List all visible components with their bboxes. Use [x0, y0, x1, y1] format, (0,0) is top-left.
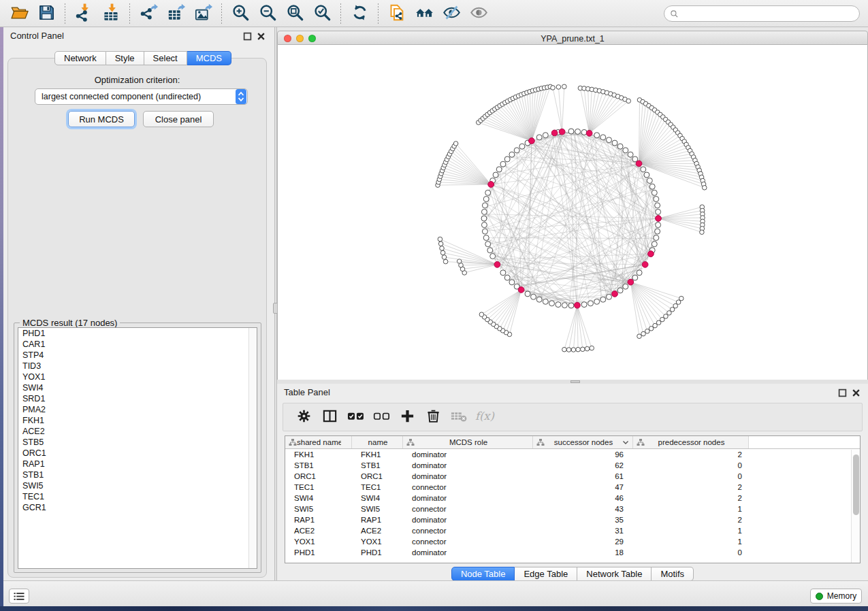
- splitter-grip[interactable]: [570, 380, 580, 383]
- mcds-result-item[interactable]: CAR1: [18, 339, 257, 350]
- tab-mcds[interactable]: MCDS: [187, 51, 231, 65]
- graph-node[interactable]: [656, 222, 661, 228]
- graph-hub-node[interactable]: [628, 279, 634, 285]
- search-box[interactable]: [664, 5, 860, 22]
- graph-node[interactable]: [654, 235, 659, 241]
- graph-node[interactable]: [649, 184, 655, 189]
- graph-node[interactable]: [612, 140, 617, 146]
- graph-node[interactable]: [457, 259, 462, 264]
- graph-node[interactable]: [536, 135, 542, 140]
- close-panel-icon[interactable]: [257, 31, 266, 40]
- zoom-fit-button[interactable]: [283, 3, 306, 24]
- graph-node[interactable]: [483, 197, 489, 202]
- table-row[interactable]: RAP1RAP1dominator352: [285, 514, 860, 525]
- graph-node[interactable]: [442, 255, 447, 260]
- graph-node[interactable]: [703, 186, 707, 191]
- graph-node[interactable]: [594, 133, 600, 138]
- mcds-result-item[interactable]: STB1: [18, 469, 257, 480]
- graph-node[interactable]: [509, 280, 515, 285]
- graph-node[interactable]: [644, 172, 649, 178]
- export-network-button[interactable]: [137, 3, 160, 24]
- graph-node[interactable]: [482, 203, 487, 208]
- graph-node[interactable]: [562, 84, 567, 89]
- zoom-out-button[interactable]: [256, 3, 279, 24]
- graph-node[interactable]: [440, 250, 445, 255]
- graph-node[interactable]: [443, 259, 448, 264]
- graph-node[interactable]: [654, 197, 659, 202]
- graph-hub-node[interactable]: [636, 161, 642, 167]
- graph-node[interactable]: [600, 135, 606, 140]
- clone-network-button[interactable]: [385, 3, 408, 24]
- graph-node[interactable]: [453, 142, 458, 146]
- table-row[interactable]: SWI4SWI4dominator462: [285, 493, 860, 503]
- criterion-select[interactable]: largest connected component (undirected): [35, 88, 248, 105]
- graph-node[interactable]: [482, 229, 487, 234]
- mcds-result-item[interactable]: SWI4: [18, 382, 257, 393]
- network-graph[interactable]: [278, 45, 867, 380]
- show-hidden-button[interactable]: [467, 3, 490, 24]
- graph-node[interactable]: [519, 144, 525, 149]
- table-row[interactable]: YOX1YOX1connector291: [285, 536, 860, 547]
- graph-hub-node[interactable]: [648, 251, 654, 257]
- zoom-selected-button[interactable]: [310, 3, 334, 24]
- graph-node[interactable]: [543, 299, 548, 304]
- graph-node[interactable]: [632, 275, 638, 280]
- graph-node[interactable]: [700, 230, 705, 235]
- graph-hub-node[interactable]: [575, 302, 581, 308]
- float-window-icon[interactable]: [243, 31, 252, 40]
- graph-node[interactable]: [637, 334, 642, 339]
- mcds-result-item[interactable]: PMA2: [18, 404, 257, 415]
- refresh-layout-button[interactable]: [348, 3, 371, 24]
- import-table-button[interactable]: [99, 3, 123, 24]
- graph-node[interactable]: [581, 129, 587, 135]
- graph-hub-node[interactable]: [494, 261, 500, 267]
- graph-node[interactable]: [656, 320, 661, 325]
- save-session-button[interactable]: [35, 3, 58, 24]
- graph-node[interactable]: [637, 270, 642, 276]
- node-table[interactable]: shared namenameMCDS rolesuccessor nodesp…: [285, 435, 861, 563]
- graph-hub-node[interactable]: [551, 130, 558, 136]
- network-canvas[interactable]: [277, 45, 868, 380]
- graph-node[interactable]: [493, 172, 498, 178]
- graph-node[interactable]: [438, 237, 443, 242]
- mcds-result-list[interactable]: PHD1CAR1STP4TID3YOX1SWI4SRD1PMA2FKH1ACE2…: [18, 327, 257, 569]
- graph-node[interactable]: [504, 275, 510, 280]
- graph-hub-node[interactable]: [612, 291, 618, 297]
- float-window-icon[interactable]: [838, 388, 847, 397]
- result-list-scrollbar[interactable]: [248, 328, 257, 568]
- mcds-result-item[interactable]: SRD1: [18, 393, 257, 404]
- graph-node[interactable]: [667, 311, 672, 316]
- graph-node[interactable]: [656, 209, 661, 214]
- table-row[interactable]: PHD1PHD1dominator180: [285, 547, 860, 558]
- graph-node[interactable]: [487, 248, 493, 253]
- close-panel-icon[interactable]: [852, 388, 861, 397]
- graph-node[interactable]: [566, 348, 571, 352]
- mcds-result-item[interactable]: ORC1: [18, 448, 257, 459]
- graph-node[interactable]: [485, 190, 491, 195]
- graph-node[interactable]: [655, 229, 660, 234]
- column-header-successor-nodes[interactable]: successor nodes: [533, 436, 633, 448]
- graph-node[interactable]: [568, 129, 574, 134]
- graph-node[interactable]: [481, 209, 487, 214]
- graph-node[interactable]: [641, 331, 646, 336]
- graph-node[interactable]: [562, 303, 567, 308]
- select-all-columns-button[interactable]: [343, 406, 368, 429]
- table-row[interactable]: FKH1FKH1dominator962: [285, 449, 860, 460]
- delete-column-button[interactable]: [421, 406, 445, 429]
- table-scrollbar[interactable]: [851, 450, 860, 563]
- mcds-result-item[interactable]: GCR1: [18, 502, 257, 513]
- graph-node[interactable]: [588, 301, 594, 306]
- graph-node[interactable]: [647, 178, 652, 184]
- tab-style[interactable]: Style: [106, 51, 144, 65]
- mcds-result-item[interactable]: STP4: [18, 350, 257, 361]
- column-header-name[interactable]: name: [352, 436, 403, 448]
- graph-node[interactable]: [500, 161, 506, 167]
- graph-node[interactable]: [655, 203, 660, 208]
- graph-node[interactable]: [594, 299, 600, 304]
- table-settings-button[interactable]: [291, 406, 316, 429]
- zoom-in-button[interactable]: [229, 3, 252, 24]
- mcds-result-item[interactable]: RAP1: [18, 459, 257, 469]
- network-overview-button[interactable]: [413, 3, 436, 24]
- add-column-button[interactable]: [395, 406, 419, 429]
- graph-node[interactable]: [575, 129, 581, 134]
